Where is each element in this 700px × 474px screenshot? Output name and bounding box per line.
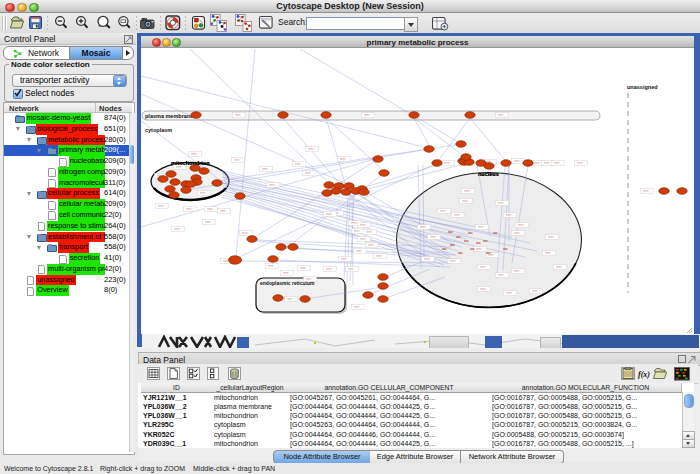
svg-text:cytoplasm: cytoplasm xyxy=(145,127,172,133)
svg-text:mitochondrion: mitochondrion xyxy=(171,160,210,166)
svg-text:nucleus: nucleus xyxy=(478,171,499,177)
svg-text:f(x): f(x) xyxy=(638,370,650,379)
svg-text:unassigned: unassigned xyxy=(627,84,658,90)
